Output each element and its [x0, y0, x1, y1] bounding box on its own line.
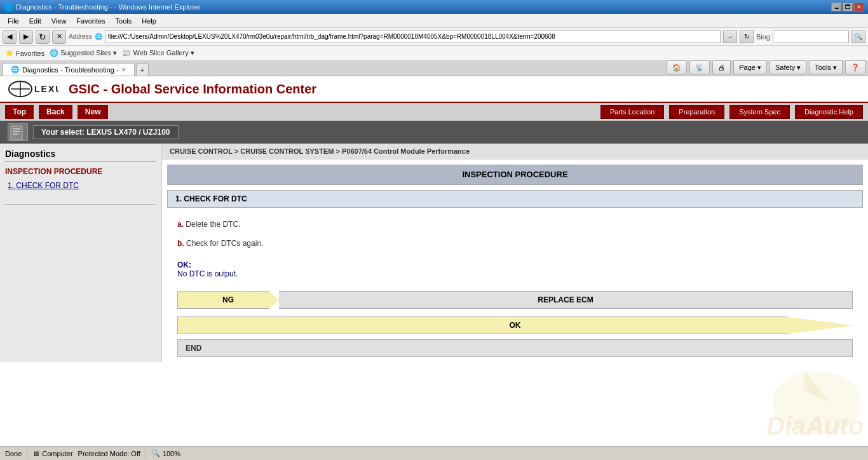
ok-label: OK:: [177, 260, 853, 269]
ng-button[interactable]: NG: [177, 291, 279, 309]
help-button[interactable]: ❓: [845, 60, 865, 74]
replace-ecm-action: REPLACE ECM: [279, 291, 853, 309]
step-header: 1. CHECK FOR DTC: [167, 190, 863, 208]
zoom-level: 100%: [163, 450, 180, 457]
procedure-header: INSPECTION PROCEDURE: [167, 165, 863, 185]
top-button[interactable]: Top: [5, 105, 34, 119]
step-a: a. Delete the DTC.: [177, 218, 853, 232]
system-spec-button[interactable]: System Spec: [729, 105, 790, 119]
ok-section: OK: No DTC is output.: [162, 255, 868, 283]
content-area: Diagnostics INSPECTION PROCEDURE 1. CHEC…: [0, 144, 868, 362]
menu-bar: File Edit View Favorites Tools Help: [0, 14, 868, 28]
ok-button[interactable]: OK: [177, 316, 853, 334]
suggested-label: Suggested Sites ▾: [60, 49, 117, 57]
computer-icon: 🖥: [32, 450, 39, 457]
menu-file[interactable]: File: [3, 16, 24, 26]
menu-edit[interactable]: Edit: [24, 16, 46, 26]
address-icon: 🌐: [95, 33, 102, 40]
svg-text:LEXUS: LEXUS: [34, 84, 58, 94]
svg-text:DiaAuto: DiaAuto: [766, 412, 864, 440]
window-title: Diagnostics - Troubleshooting - - Window…: [16, 3, 200, 11]
suggested-icon: 🌐: [50, 49, 58, 57]
breadcrumb: CRUISE CONTROL > CRUISE CONTROL SYSTEM >…: [162, 144, 868, 159]
titlebar-left: 🌐 Diagnostics - Troubleshooting - - Wind…: [4, 3, 200, 11]
web-slice-gallery[interactable]: 📰 Web Slice Gallery ▾: [122, 49, 194, 57]
sidebar-title: Diagnostics: [5, 149, 156, 162]
step-b: b. Check for DTCs again.: [177, 237, 853, 251]
tab-bar: 🌐 Diagnostics - Troubleshooting - ✕ + 🏠 …: [0, 61, 868, 76]
page-button[interactable]: Page ▾: [733, 60, 767, 74]
step-a-text: Delete the DTC.: [186, 220, 240, 229]
new-button[interactable]: New: [78, 105, 109, 119]
web-slice-label: Web Slice Gallery ▾: [133, 49, 194, 57]
lexus-logo-svg: LEXUS: [8, 80, 58, 98]
minimize-button[interactable]: 🗕: [831, 3, 841, 11]
refresh-button[interactable]: ↻: [36, 30, 50, 44]
content-body: INSPECTION PROCEDURE 1. CHECK FOR DTC a.…: [162, 165, 868, 357]
step-b-letter: b.: [177, 239, 184, 248]
ok-flow-row: OK: [177, 316, 853, 334]
ie-icon: 🌐: [4, 3, 13, 11]
title-bar: 🌐 Diagnostics - Troubleshooting - - Wind…: [0, 0, 868, 14]
status-bar: Done 🖥 Computer Protected Mode: Off 🔍 10…: [0, 446, 868, 460]
favorites-bar: ⭐ Favorites 🌐 Suggested Sites ▾ 📰 Web Sl…: [0, 46, 868, 61]
tab-active[interactable]: 🌐 Diagnostics - Troubleshooting - ✕: [3, 63, 135, 76]
menu-favorites[interactable]: Favorites: [71, 16, 110, 26]
main-content: CRUISE CONTROL > CRUISE CONTROL SYSTEM >…: [162, 144, 868, 362]
menu-tools[interactable]: Tools: [111, 16, 137, 26]
gsic-header: LEXUS GSIC - Global Service Information …: [0, 76, 868, 103]
lexus-logo: LEXUS: [8, 80, 58, 98]
tools-button[interactable]: Tools ▾: [809, 60, 843, 74]
svg-point-8: [773, 371, 862, 435]
close-button[interactable]: ✕: [854, 3, 864, 11]
vehicle-bar: Your select: LEXUS LX470 / UZJ100: [0, 121, 868, 144]
safety-button[interactable]: Safety ▾: [770, 60, 806, 74]
star-icon: ⭐: [5, 49, 14, 57]
feeds-button[interactable]: 📡: [689, 60, 710, 74]
zoom-icon: 🔍: [151, 449, 160, 457]
web-slice-icon: 📰: [122, 49, 131, 57]
status-computer: 🖥 Computer Protected Mode: Off: [27, 450, 140, 457]
vehicle-icon: [8, 123, 28, 141]
search-input[interactable]: [773, 30, 849, 43]
gsic-title: GSIC - Global Service Information Center: [69, 82, 316, 97]
svg-rect-4: [11, 126, 22, 140]
menu-help[interactable]: Help: [137, 16, 161, 26]
sidebar-divider: [5, 204, 156, 205]
step-b-text: Check for DTCs again.: [186, 239, 263, 248]
print-button[interactable]: 🖨: [712, 60, 731, 74]
address-input[interactable]: [105, 30, 721, 43]
tab-label: Diagnostics - Troubleshooting -: [22, 66, 119, 74]
favorites-label: Favorites: [16, 50, 44, 57]
sidebar-item-number: 1.: [8, 181, 16, 190]
sidebar: Diagnostics INSPECTION PROCEDURE 1. CHEC…: [0, 144, 162, 362]
search-button[interactable]: 🔍: [851, 30, 865, 43]
search-label: Bing: [756, 33, 770, 41]
tab-close-icon[interactable]: ✕: [121, 67, 126, 73]
ok-result: No DTC is output.: [177, 269, 853, 278]
home-button[interactable]: 🏠: [667, 60, 687, 74]
ng-flow-row: NG REPLACE ECM: [177, 291, 853, 309]
restore-button[interactable]: 🗖: [843, 3, 853, 11]
go-button[interactable]: →: [723, 30, 737, 43]
stop-button[interactable]: ✕: [52, 30, 66, 44]
titlebar-controls: 🗕 🗖 ✕: [831, 3, 864, 11]
back-button[interactable]: ◀: [3, 30, 17, 44]
refresh-addr-button[interactable]: ↻: [740, 30, 754, 43]
vehicle-select: Your select: LEXUS LX470 / UZJ100: [33, 125, 179, 139]
preparation-button[interactable]: Preparation: [669, 105, 724, 119]
forward-button[interactable]: ▶: [19, 30, 33, 44]
sidebar-item-check-dtc[interactable]: 1. CHECK FOR DTC: [5, 180, 156, 191]
menu-view[interactable]: View: [46, 16, 72, 26]
address-label: Address: [69, 33, 92, 40]
back-nav-button[interactable]: Back: [39, 105, 72, 119]
diagnostic-help-button[interactable]: Diagnostic Help: [795, 105, 863, 119]
address-bar: ◀ ▶ ↻ ✕ Address 🌐 → ↻ Bing 🔍: [0, 28, 868, 46]
favorites-button[interactable]: ⭐ Favorites: [5, 49, 44, 57]
computer-label: Computer: [42, 450, 72, 457]
watermark-svg: DiaAuto: [690, 352, 868, 441]
parts-location-button[interactable]: Parts Location: [600, 105, 664, 119]
step-content: a. Delete the DTC. b. Check for DTCs aga…: [162, 213, 868, 255]
tab-new[interactable]: +: [136, 64, 149, 76]
suggested-sites[interactable]: 🌐 Suggested Sites ▾: [50, 49, 117, 57]
